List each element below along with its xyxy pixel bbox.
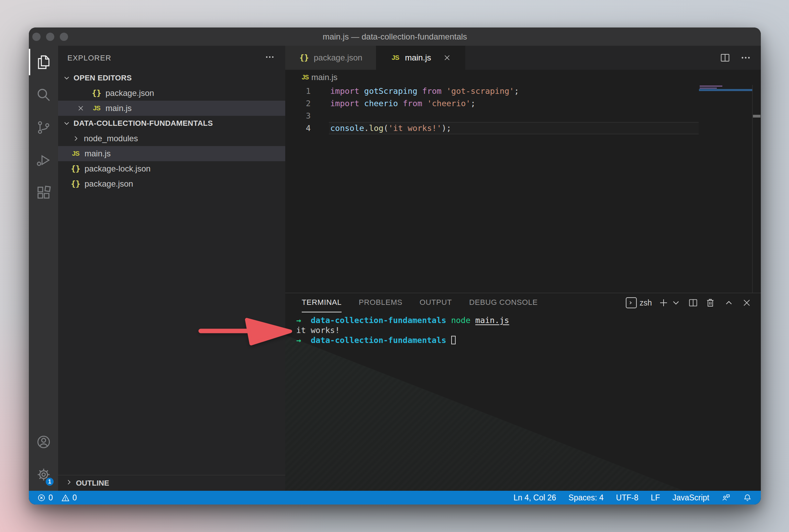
bell-icon[interactable] bbox=[743, 493, 752, 502]
activity-bar-item-run-debug[interactable] bbox=[29, 144, 58, 176]
minimap[interactable] bbox=[699, 85, 753, 293]
section-header[interactable]: DATA-COLLECTION-FUNDAMENTALS bbox=[58, 116, 285, 131]
overview-ruler-cursor-marker bbox=[753, 115, 760, 118]
outline-label: OUTLINE bbox=[76, 479, 109, 488]
file-label: package-lock.json bbox=[85, 164, 151, 174]
files-icon bbox=[36, 54, 52, 70]
open-editor-main.js[interactable]: JSmain.js bbox=[58, 101, 285, 116]
kill-terminal-button[interactable] bbox=[705, 298, 715, 308]
feedback-icon[interactable] bbox=[722, 493, 731, 502]
window-title: main.js — data-collection-fundamentals bbox=[29, 27, 761, 46]
outline-section-header[interactable]: OUTLINE bbox=[58, 475, 285, 491]
tab-label: package.json bbox=[314, 53, 362, 63]
activity-bar-item-accounts[interactable] bbox=[29, 425, 58, 458]
close-panel-button[interactable] bbox=[742, 298, 752, 308]
terminal-line-1: → data-collection-fundamentals node main… bbox=[296, 315, 761, 325]
code-editor[interactable]: 1import gotScraping from 'got-scraping';… bbox=[285, 85, 761, 293]
tab-label: main.js bbox=[405, 53, 431, 63]
account-icon bbox=[36, 434, 52, 450]
breadcrumb[interactable]: JS main.js bbox=[285, 70, 761, 85]
status-item[interactable]: JavaScript bbox=[673, 493, 709, 502]
code-text bbox=[311, 110, 330, 122]
file-main.js[interactable]: JSmain.js bbox=[58, 146, 285, 161]
line-number: 1 bbox=[285, 85, 311, 97]
activity-bar-item-search[interactable] bbox=[29, 78, 58, 111]
new-terminal-button[interactable] bbox=[658, 298, 669, 308]
panel-tab-problems[interactable]: PROBLEMS bbox=[359, 293, 402, 312]
json-icon: {} bbox=[70, 179, 81, 188]
terminal-icon bbox=[626, 297, 637, 308]
shell-label: zsh bbox=[640, 298, 652, 308]
json-icon: {} bbox=[299, 53, 309, 62]
editor-tab-main.js[interactable]: JSmain.js bbox=[376, 46, 465, 70]
section-label: DATA-COLLECTION-FUNDAMENTALS bbox=[74, 119, 213, 128]
section-label: OPEN EDITORS bbox=[74, 74, 132, 82]
activity-bar-item-settings[interactable]: 1 bbox=[29, 458, 58, 491]
code-line-3[interactable]: 3 bbox=[285, 110, 761, 122]
panel-tab-terminal[interactable]: TERMINAL bbox=[302, 293, 342, 312]
status-errors[interactable]: 0 bbox=[37, 493, 53, 502]
window-titlebar[interactable]: main.js — data-collection-fundamentals bbox=[29, 27, 761, 46]
activity-bar-item-extensions[interactable] bbox=[29, 176, 58, 209]
ellipsis-icon bbox=[265, 52, 275, 62]
explorer-sidebar: EXPLORER OPEN EDITORS{}package.jsonJSmai… bbox=[58, 46, 285, 491]
status-item[interactable]: Spaces: 4 bbox=[568, 493, 603, 502]
terminal-line-2: it works! bbox=[296, 325, 761, 335]
count: 0 bbox=[48, 493, 53, 502]
maximize-panel-button[interactable] bbox=[724, 298, 734, 308]
chevron-right-icon bbox=[65, 478, 73, 486]
error-icon bbox=[37, 494, 46, 502]
terminal-dropdown[interactable] bbox=[671, 298, 681, 308]
terminal-line-3: → data-collection-fundamentals bbox=[296, 335, 761, 345]
panel-tab-debug-console[interactable]: DEBUG CONSOLE bbox=[469, 293, 538, 312]
chevron-down-icon bbox=[63, 119, 71, 128]
status-warnings[interactable]: 0 bbox=[61, 493, 77, 502]
folder-node_modules[interactable]: node_modules bbox=[58, 131, 285, 146]
open-editor-package.json[interactable]: {}package.json bbox=[58, 86, 285, 101]
js-file-icon: JS bbox=[302, 74, 309, 81]
status-item[interactable]: UTF-8 bbox=[616, 493, 638, 502]
line-number: 3 bbox=[285, 110, 311, 122]
close-icon[interactable] bbox=[76, 104, 86, 112]
line-number: 2 bbox=[285, 97, 311, 110]
activity-bar-item-source-control[interactable] bbox=[29, 111, 58, 144]
line-number: 4 bbox=[285, 122, 311, 134]
split-terminal-button[interactable] bbox=[688, 298, 698, 308]
more-editor-actions[interactable] bbox=[740, 52, 751, 63]
file-label: main.js bbox=[85, 149, 111, 158]
chevron-down-icon bbox=[63, 74, 71, 82]
panel-tab-output[interactable]: OUTPUT bbox=[420, 293, 452, 312]
file-label: node_modules bbox=[84, 134, 138, 143]
sidebar-title: EXPLORER bbox=[67, 54, 111, 63]
activity-bar-item-explorer[interactable] bbox=[29, 46, 58, 78]
status-item[interactable]: Ln 4, Col 26 bbox=[513, 493, 556, 502]
code-line-2[interactable]: 2import cheerio from 'cheerio'; bbox=[285, 97, 761, 110]
close-tab-icon[interactable] bbox=[443, 54, 451, 62]
js-icon: JS bbox=[91, 104, 102, 112]
breadcrumb-file: main.js bbox=[311, 73, 337, 82]
more-actions-icon[interactable] bbox=[265, 52, 275, 64]
code-line-1[interactable]: 1import gotScraping from 'got-scraping'; bbox=[285, 85, 761, 97]
section-header[interactable]: OPEN EDITORS bbox=[58, 70, 285, 86]
overview-ruler bbox=[752, 85, 753, 293]
editor-tab-package.json[interactable]: {}package.json bbox=[285, 46, 376, 70]
file-package-lock.json[interactable]: {}package-lock.json bbox=[58, 161, 285, 176]
editor-tab-bar: {}package.jsonJSmain.js bbox=[285, 46, 761, 70]
launch-profile[interactable]: zsh bbox=[626, 297, 652, 308]
json-icon: {} bbox=[91, 89, 102, 98]
chevron-right-icon bbox=[65, 478, 73, 488]
terminal-watermark bbox=[285, 335, 684, 491]
vscode-window: main.js — data-collection-fundamentals 1… bbox=[29, 27, 761, 505]
search-icon bbox=[36, 87, 52, 103]
run-debug-icon bbox=[36, 152, 52, 168]
js-icon: JS bbox=[390, 54, 400, 62]
file-package.json[interactable]: {}package.json bbox=[58, 176, 285, 191]
terminal-content[interactable]: → data-collection-fundamentals node main… bbox=[285, 312, 761, 345]
status-bar: 00 Ln 4, Col 26Spaces: 4UTF-8LFJavaScrip… bbox=[29, 491, 761, 505]
split-editor-button[interactable] bbox=[720, 52, 731, 63]
status-item[interactable]: LF bbox=[651, 493, 660, 502]
panel-tab-bar: TERMINALPROBLEMSOUTPUTDEBUG CONSOLEzsh bbox=[285, 293, 761, 312]
terminal-panel: TERMINALPROBLEMSOUTPUTDEBUG CONSOLEzsh →… bbox=[285, 293, 761, 491]
chevron-right-icon bbox=[72, 134, 80, 143]
sidebar-header: EXPLORER bbox=[58, 46, 285, 70]
